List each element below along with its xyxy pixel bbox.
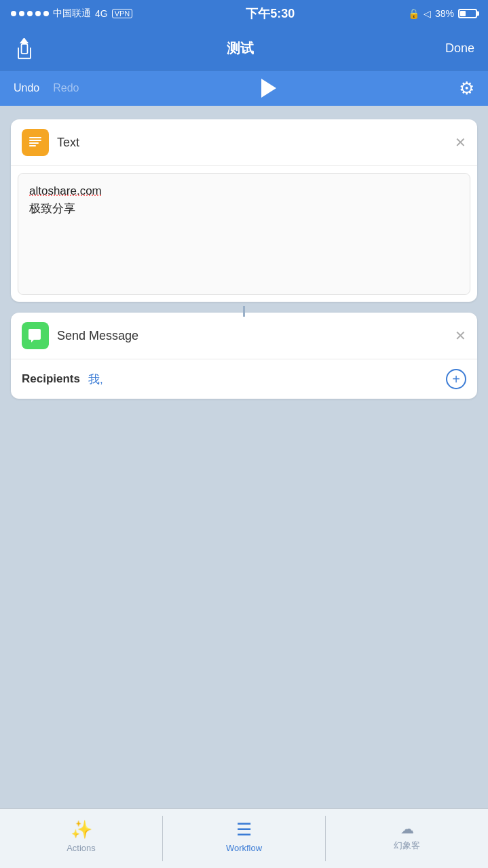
third-label: 幻象客 <box>394 840 420 852</box>
text-card-icon <box>22 129 49 156</box>
status-bar: 中国联通 4G VPN 下午5:30 🔒 ◁ 38% <box>0 0 488 27</box>
recipients-label: Recipients <box>22 372 80 386</box>
svg-rect-7 <box>29 145 36 146</box>
send-message-header-left: Send Message <box>22 322 138 349</box>
status-time: 下午5:30 <box>246 5 295 22</box>
send-message-card-title: Send Message <box>57 329 138 343</box>
content-area: Text ✕ altoshare.com 极致分享 Send Message ✕ <box>0 106 488 808</box>
location-icon: ◁ <box>424 8 431 19</box>
third-tab[interactable]: ☁ 幻象客 <box>326 809 488 868</box>
redo-button[interactable]: Redo <box>53 82 79 94</box>
send-message-card: Send Message ✕ Recipients 我, + <box>11 313 477 399</box>
undo-button[interactable]: Undo <box>14 82 39 94</box>
svg-rect-6 <box>29 142 39 144</box>
text-card-title: Text <box>57 136 79 150</box>
text-card-body[interactable]: altoshare.com 极致分享 <box>18 173 470 295</box>
play-button[interactable] <box>261 79 276 98</box>
toolbar: Undo Redo ⚙ <box>0 71 488 106</box>
nav-bar: 测试 Done <box>0 27 488 71</box>
status-left: 中国联通 4G VPN <box>11 7 132 20</box>
nav-title: 测试 <box>227 39 254 58</box>
recipients-value[interactable]: 我, <box>88 372 446 387</box>
share-button[interactable] <box>14 38 35 60</box>
recipients-row: Recipients 我, + <box>11 359 477 399</box>
svg-rect-5 <box>29 140 41 141</box>
battery-icon <box>458 9 477 18</box>
network-label: 4G <box>95 8 108 19</box>
toolbar-left: Undo Redo <box>14 82 79 94</box>
send-message-close-button[interactable]: ✕ <box>455 329 466 342</box>
lock-icon: 🔒 <box>408 8 419 19</box>
workflow-icon: ☰ <box>236 819 252 840</box>
add-recipient-button[interactable]: + <box>446 369 466 389</box>
vpn-label: VPN <box>112 9 133 18</box>
svg-rect-4 <box>29 137 41 138</box>
text-card: Text ✕ altoshare.com 极致分享 <box>11 119 477 302</box>
actions-icon: ✨ <box>71 819 92 840</box>
svg-rect-0 <box>22 43 28 53</box>
third-icon: ☁ <box>400 821 414 837</box>
done-button[interactable]: Done <box>445 41 474 56</box>
settings-button[interactable]: ⚙ <box>459 78 474 99</box>
workflow-tab[interactable]: ☰ Workflow <box>163 809 325 868</box>
tab-bar: ✨ Actions ☰ Workflow ☁ 幻象客 <box>0 808 488 868</box>
send-message-card-header: Send Message ✕ <box>11 313 477 359</box>
card-connector <box>11 306 477 317</box>
text-card-close-button[interactable]: ✕ <box>455 136 466 149</box>
actions-label: Actions <box>67 843 96 853</box>
signal-dots <box>11 11 49 16</box>
status-right: 🔒 ◁ 38% <box>408 8 477 19</box>
text-card-header: Text ✕ <box>11 119 477 166</box>
battery-percent: 38% <box>435 8 454 19</box>
text-card-header-left: Text <box>22 129 79 156</box>
carrier-label: 中国联通 <box>53 7 91 20</box>
workflow-label: Workflow <box>226 843 262 853</box>
text-content-chinese: 极致分享 <box>29 201 459 216</box>
send-message-icon <box>22 322 49 349</box>
actions-tab[interactable]: ✨ Actions <box>0 809 162 868</box>
text-content-url: altoshare.com <box>29 184 459 198</box>
